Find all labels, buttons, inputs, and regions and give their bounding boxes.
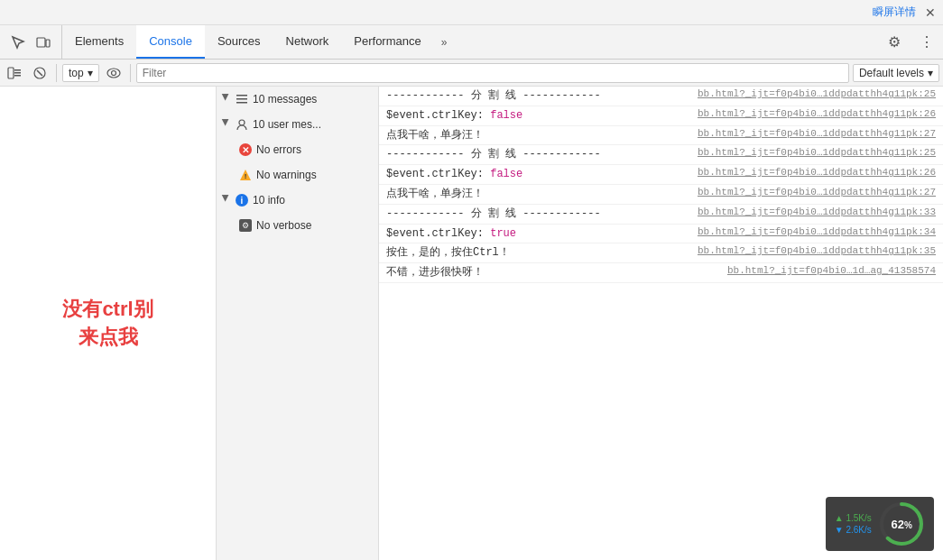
top-bar-link[interactable]: 瞬屏详情 — [873, 5, 916, 20]
error-icon: ✕ — [238, 142, 253, 157]
log-entry: ------------ 分 割 线 ------------ bb.html?… — [379, 205, 943, 225]
log-entry: 不错，进步很快呀！ bb.html?_ijt=f0p4bi0…1d…ag_413… — [379, 263, 943, 283]
console-sidebar: ▶ 10 messages ▶ 10 user mes... — [217, 87, 379, 560]
page-area: 没有ctrl别 来点我 — [0, 87, 217, 560]
log-text: 点我干啥，单身汪！ — [386, 187, 690, 202]
inspect-element-icon[interactable] — [7, 32, 29, 53]
sidebar-item-user-messages[interactable]: ▶ 10 user mes... — [217, 112, 378, 137]
tab-performance[interactable]: Performance — [341, 25, 433, 59]
log-levels-dropdown[interactable]: Default levels ▾ — [853, 64, 939, 82]
verbose-label: No verbose — [256, 219, 371, 232]
log-link[interactable]: bb.html?_ijt=f0p4bi0…1ddpdatthh4g11pk:35 — [698, 245, 936, 256]
network-widget: ▲ 1.5K/s ▼ 2.6K/s 62% — [826, 497, 934, 551]
log-entry: $event.ctrlKey: true bb.html?_ijt=f0p4bi… — [379, 225, 943, 244]
log-text: ------------ 分 割 线 ------------ — [386, 88, 690, 104]
warning-icon: ! — [238, 168, 253, 182]
clear-console-button[interactable] — [29, 62, 51, 84]
verbose-icon: ⚙ — [238, 218, 253, 233]
log-text: ------------ 分 割 线 ------------ — [386, 147, 690, 162]
log-text: 按住，是的，按住Ctrl！ — [386, 245, 690, 261]
log-text: 不错，进步很快呀！ — [386, 265, 720, 280]
speed-info: ▲ 1.5K/s ▼ 2.6K/s — [835, 513, 872, 535]
log-text: ------------ 分 割 线 ------------ — [386, 207, 690, 222]
log-entry: 点我干啥，单身汪！ bb.html?_ijt=f0p4bi0…1ddpdatth… — [379, 185, 943, 205]
progress-label: 62% — [892, 518, 912, 531]
sidebar-item-warnings[interactable]: ! No warnings — [217, 162, 378, 188]
tab-console[interactable]: Console — [136, 25, 205, 59]
log-text: $event.ctrlKey: false — [386, 108, 690, 124]
svg-point-13 — [239, 120, 245, 125]
sidebar-item-verbose[interactable]: ⚙ No verbose — [217, 213, 378, 238]
more-options-icon[interactable]: ⋮ — [911, 25, 943, 59]
devtools-tabs: Elements Console Sources Network Perform… — [0, 25, 943, 60]
svg-rect-3 — [14, 69, 21, 71]
svg-rect-1 — [46, 40, 50, 47]
toolbar-separator — [56, 64, 57, 82]
log-entry: 按住，是的，按住Ctrl！ bb.html?_ijt=f0p4bi0…1ddpd… — [379, 243, 943, 263]
tab-sources[interactable]: Sources — [205, 25, 273, 59]
tab-network[interactable]: Network — [273, 25, 342, 59]
errors-label: No errors — [256, 143, 371, 156]
sidebar-toggle-button[interactable] — [4, 62, 25, 84]
log-entry: $event.ctrlKey: false bb.html?_ijt=f0p4b… — [379, 165, 943, 185]
svg-rect-5 — [14, 75, 21, 77]
log-entry: $event.ctrlKey: false bb.html?_ijt=f0p4b… — [379, 106, 943, 126]
devtools-icon-group — [0, 25, 62, 59]
user-messages-label: 10 user mes... — [253, 118, 371, 131]
log-link[interactable]: bb.html?_ijt=f0p4bi0…1ddpdatthh4g11pk:27 — [698, 187, 936, 197]
warnings-label: No warnings — [256, 169, 371, 181]
tab-elements[interactable]: Elements — [62, 25, 136, 59]
page-text: 没有ctrl别 来点我 — [62, 296, 153, 352]
log-link[interactable]: bb.html?_ijt=f0p4bi0…1ddpdatthh4g11pk:26 — [698, 108, 936, 119]
console-area: ------------ 分 割 线 ------------ bb.html?… — [379, 87, 943, 560]
download-speed: ▼ 2.6K/s — [835, 525, 872, 535]
log-text: 点我干啥，单身汪！ — [386, 128, 690, 143]
log-link[interactable]: bb.html?_ijt=f0p4bi0…1d…ag_41358574 — [727, 265, 936, 276]
svg-rect-4 — [14, 72, 21, 74]
log-text: $event.ctrlKey: false — [386, 167, 690, 182]
upload-speed: ▲ 1.5K/s — [835, 513, 872, 523]
log-link[interactable]: bb.html?_ijt=f0p4bi0…1ddpdatthh4g11pk:34 — [698, 226, 936, 237]
arrow-icon-user: ▶ — [220, 119, 231, 130]
context-selector[interactable]: top ▾ — [62, 64, 99, 82]
svg-point-8 — [107, 69, 120, 78]
console-toolbar: top ▾ Default levels ▾ — [0, 60, 943, 87]
sidebar-item-messages[interactable]: ▶ 10 messages — [217, 87, 378, 112]
user-icon — [235, 117, 249, 132]
more-tabs-button[interactable]: » — [434, 25, 455, 59]
svg-rect-12 — [236, 102, 247, 104]
log-link[interactable]: bb.html?_ijt=f0p4bi0…1ddpdatthh4g11pk:26 — [698, 167, 936, 178]
main-content: 没有ctrl别 来点我 ▶ 10 messages ▶ — [0, 87, 943, 560]
svg-rect-11 — [236, 98, 247, 100]
log-link[interactable]: bb.html?_ijt=f0p4bi0…1ddpdatthh4g11pk:27 — [698, 128, 936, 139]
log-link[interactable]: bb.html?_ijt=f0p4bi0…1ddpdatthh4g11pk:33 — [698, 207, 936, 217]
log-entry: 点我干啥，单身汪！ bb.html?_ijt=f0p4bi0…1ddpdatth… — [379, 126, 943, 146]
info-label: 10 info — [253, 194, 371, 207]
svg-point-9 — [111, 70, 116, 75]
log-entry: ------------ 分 割 线 ------------ bb.html?… — [379, 87, 943, 106]
info-icon: i — [235, 193, 249, 207]
top-bar: 瞬屏详情 ✕ — [0, 0, 943, 25]
svg-rect-0 — [37, 38, 45, 47]
messages-label: 10 messages — [253, 93, 371, 106]
log-entry: ------------ 分 割 线 ------------ bb.html?… — [379, 145, 943, 165]
device-toggle-icon[interactable] — [32, 32, 54, 53]
log-text: $event.ctrlKey: true — [386, 226, 690, 242]
list-icon — [235, 92, 249, 106]
filter-input[interactable] — [136, 63, 849, 83]
arrow-icon-info: ▶ — [220, 195, 231, 206]
eye-filter-button[interactable] — [103, 62, 125, 84]
svg-rect-10 — [236, 95, 247, 96]
arrow-icon: ▶ — [220, 94, 231, 105]
console-log[interactable]: ------------ 分 割 线 ------------ bb.html?… — [379, 87, 943, 560]
log-link[interactable]: bb.html?_ijt=f0p4bi0…1ddpdatthh4g11pk:25 — [698, 88, 936, 99]
sidebar-item-info[interactable]: ▶ i 10 info — [217, 188, 378, 213]
close-button[interactable]: ✕ — [925, 5, 936, 20]
svg-text:!: ! — [245, 172, 247, 180]
toolbar-separator-2 — [130, 64, 131, 82]
settings-icon[interactable]: ⚙ — [878, 25, 911, 59]
log-link[interactable]: bb.html?_ijt=f0p4bi0…1ddpdatthh4g11pk:25 — [698, 147, 936, 158]
sidebar-item-errors[interactable]: ✕ No errors — [217, 137, 378, 162]
progress-circle: 62% — [878, 500, 925, 547]
svg-line-7 — [37, 70, 42, 76]
